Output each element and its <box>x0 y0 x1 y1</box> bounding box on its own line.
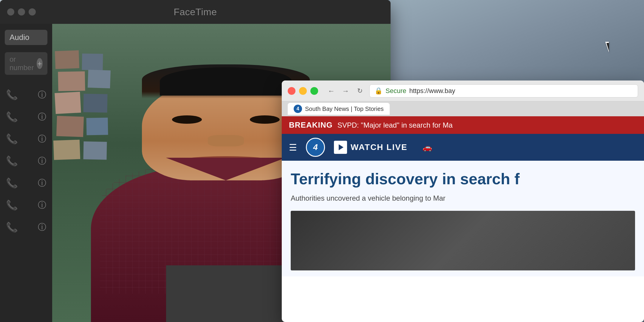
watch-live-text: WATCH LIVE <box>351 143 408 152</box>
secure-label: Secure <box>386 87 406 95</box>
traffic-icon[interactable]: 🚗 <box>422 143 432 152</box>
browser-tab-active[interactable]: 4 South Bay News | Top Stories <box>288 103 390 115</box>
watch-live-button[interactable]: WATCH LIVE <box>334 141 408 154</box>
phone-icon: 📞 <box>6 133 18 145</box>
browser-titlebar: ← → ↻ 🔒 Secure https://www.bay <box>282 80 644 101</box>
maximize-button[interactable] <box>29 8 36 16</box>
contact-row[interactable]: 📞 ⓘ <box>0 150 52 172</box>
browser-window: ← → ↻ 🔒 Secure https://www.bay 4 South B… <box>282 80 644 322</box>
info-icon[interactable]: ⓘ <box>38 155 46 167</box>
contact-row[interactable]: 📞 ⓘ <box>0 216 52 238</box>
channel-logo-small: 4 <box>294 105 302 113</box>
article-subtext: Authorities uncovered a vehicle belongin… <box>291 193 635 204</box>
search-bar[interactable]: or number + <box>5 52 47 75</box>
lock-icon: 🔒 <box>374 87 383 95</box>
add-contact-button[interactable]: + <box>37 58 43 69</box>
play-icon <box>334 141 347 154</box>
browser-tab-bar: 4 South Bay News | Top Stories <box>282 101 644 116</box>
minimize-button[interactable] <box>18 8 25 16</box>
news-navbar: ☰ 4 WATCH LIVE 🚗 <box>282 134 644 161</box>
browser-content: BREAKING SVPD: "Major lead" in search fo… <box>282 116 644 276</box>
back-button[interactable]: ← <box>325 85 337 97</box>
news-main-content: Terrifying discovery in search f Authori… <box>282 161 644 276</box>
contact-row[interactable]: 📞 ⓘ <box>0 106 52 128</box>
phone-icon: 📞 <box>6 155 18 167</box>
facetime-titlebar: FaceTime <box>0 0 391 24</box>
facetime-sidebar: Audio or number + 📞 ⓘ 📞 ⓘ 📞 ⓘ 📞 ⓘ 📞 ⓘ <box>0 24 52 322</box>
info-icon[interactable]: ⓘ <box>38 111 46 123</box>
phone-icon: 📞 <box>6 89 18 100</box>
info-icon[interactable]: ⓘ <box>38 89 46 100</box>
window-controls <box>7 8 36 16</box>
search-placeholder: or number <box>10 55 34 72</box>
url-text: https://www.bay <box>409 87 455 95</box>
forward-button[interactable]: → <box>340 85 352 97</box>
hamburger-menu-icon[interactable]: ☰ <box>289 142 297 153</box>
phone-icon: 📞 <box>6 199 18 211</box>
phone-icon: 📞 <box>6 111 18 123</box>
info-icon[interactable]: ⓘ <box>38 199 46 211</box>
info-icon[interactable]: ⓘ <box>38 133 46 145</box>
info-icon[interactable]: ⓘ <box>38 177 46 189</box>
address-bar[interactable]: 🔒 Secure https://www.bay <box>369 84 638 97</box>
breaking-label: BREAKING <box>289 120 333 130</box>
refresh-button[interactable]: ↻ <box>354 85 366 97</box>
tab-title: South Bay News | Top Stories <box>305 106 384 112</box>
contact-row[interactable]: 📞 ⓘ <box>0 84 52 106</box>
breaking-news-bar: BREAKING SVPD: "Major lead" in search fo… <box>282 116 644 134</box>
audio-button[interactable]: Audio <box>5 30 47 45</box>
play-triangle <box>339 144 343 150</box>
info-icon[interactable]: ⓘ <box>38 222 46 233</box>
contact-row[interactable]: 📞 ⓘ <box>0 128 52 150</box>
article-image <box>291 211 635 270</box>
browser-close-button[interactable] <box>288 87 295 95</box>
headline: Terrifying discovery in search f <box>291 170 635 188</box>
browser-maximize-button[interactable] <box>310 87 318 95</box>
contact-row[interactable]: 📞 ⓘ <box>0 194 52 216</box>
close-button[interactable] <box>7 8 14 16</box>
breaking-text: SVPD: "Major lead" in search for Ma <box>338 121 453 129</box>
facetime-title: FaceTime <box>174 7 217 18</box>
contact-row[interactable]: 📞 ⓘ <box>0 172 52 194</box>
phone-icon: 📞 <box>6 177 18 189</box>
phone-icon: 📞 <box>6 222 18 233</box>
channel-logo[interactable]: 4 <box>306 138 325 157</box>
browser-minimize-button[interactable] <box>299 87 307 95</box>
browser-navigation: ← → ↻ <box>325 85 366 97</box>
